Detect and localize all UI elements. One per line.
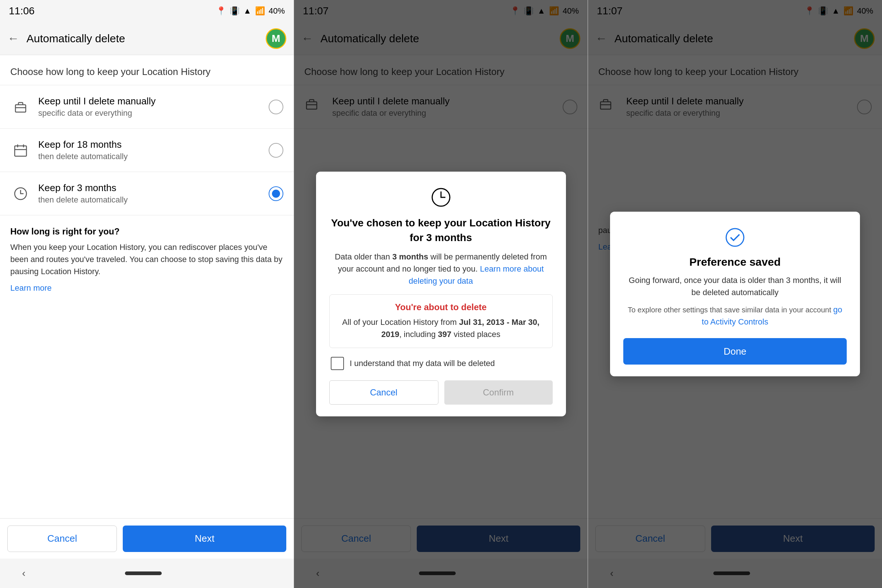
panel-3: 11:07 📍 📳 ▲ 📶 40% ← Automatically delete… bbox=[588, 0, 882, 588]
svg-point-12 bbox=[726, 229, 744, 246]
vibrate-icon: 📳 bbox=[230, 6, 240, 16]
nav-pill-1 bbox=[125, 572, 162, 575]
avatar-1: M bbox=[266, 28, 286, 49]
option-text-manual-1: Keep until I delete manually specific da… bbox=[38, 96, 268, 118]
understand-checkbox[interactable] bbox=[331, 357, 344, 370]
option-3months-1[interactable]: Keep for 3 months then delete automatica… bbox=[0, 172, 294, 215]
info-text-1: When you keep your Location History, you… bbox=[10, 241, 284, 278]
clock-icon-1 bbox=[10, 183, 31, 204]
option-text-3-1: Keep for 3 months then delete automatica… bbox=[38, 182, 268, 205]
calendar-icon-1 bbox=[10, 140, 31, 160]
option-subtitle-18-1: then delete automatically bbox=[38, 152, 268, 161]
modal-warning-text: All of your Location History from Jul 31… bbox=[337, 316, 545, 340]
battery-text-1: 40% bbox=[268, 6, 285, 16]
option-manual-1[interactable]: Keep until I delete manually specific da… bbox=[0, 85, 294, 129]
modal-card-pref: Preference saved Going forward, once you… bbox=[610, 212, 860, 376]
back-button-1[interactable]: ← bbox=[8, 32, 19, 45]
bottom-bar-1: Cancel Next bbox=[0, 518, 294, 559]
svg-rect-2 bbox=[15, 146, 27, 156]
radio-18months-1[interactable] bbox=[268, 143, 284, 158]
pref-title: Preference saved bbox=[623, 256, 847, 268]
modal-warning-title: You're about to delete bbox=[337, 302, 545, 312]
wifi-icon: ▲ bbox=[243, 6, 251, 16]
briefcase-icon-1 bbox=[10, 97, 31, 117]
content-1: Choose how long to keep your Location Hi… bbox=[0, 55, 294, 518]
checkbox-label: I understand that my data will be delete… bbox=[350, 358, 495, 368]
location-icon: 📍 bbox=[216, 6, 226, 16]
modal-overlay-2: You've chosen to keep your Location Hist… bbox=[294, 0, 588, 588]
pref-desc: Going forward, once your data is older t… bbox=[623, 274, 847, 298]
svg-rect-0 bbox=[15, 105, 26, 112]
option-subtitle-3-1: then delete automatically bbox=[38, 195, 268, 205]
learn-more-modal[interactable]: Learn more about deleting your data bbox=[409, 264, 544, 285]
app-title-1: Automatically delete bbox=[27, 32, 266, 45]
status-bar-1: 11:06 📍 📳 ▲ 📶 40% bbox=[0, 0, 294, 22]
learn-more-link-1[interactable]: Learn more bbox=[10, 284, 52, 292]
modal-confirm-button[interactable]: Confirm bbox=[444, 380, 553, 405]
modal-cancel-button[interactable]: Cancel bbox=[329, 380, 438, 405]
nav-bar-1: ‹ bbox=[0, 559, 294, 588]
status-icons-1: 📍 📳 ▲ 📶 40% bbox=[216, 6, 285, 16]
modal-checkbox-row: I understand that my data will be delete… bbox=[329, 357, 553, 370]
activity-controls-link[interactable]: go to Activity Controls bbox=[702, 305, 842, 326]
next-button-1[interactable]: Next bbox=[123, 525, 286, 552]
option-text-18-1: Keep for 18 months then delete automatic… bbox=[38, 139, 268, 161]
option-18months-1[interactable]: Keep for 18 months then delete automatic… bbox=[0, 129, 294, 172]
modal-confirm-desc: Data older than 3 months will be permane… bbox=[329, 250, 553, 287]
option-title-18-1: Keep for 18 months bbox=[38, 139, 268, 150]
nav-back-1[interactable]: ‹ bbox=[22, 567, 26, 579]
info-title-1: How long is right for you? bbox=[10, 226, 284, 237]
panel-1: 11:06 📍 📳 ▲ 📶 40% ← Automatically delete… bbox=[0, 0, 294, 588]
option-subtitle-manual-1: specific data or everything bbox=[38, 108, 268, 118]
modal-card-confirm: You've chosen to keep your Location Hist… bbox=[316, 172, 566, 416]
pref-checkmark-icon bbox=[623, 226, 847, 248]
option-title-3-1: Keep for 3 months bbox=[38, 182, 268, 194]
modal-buttons: Cancel Confirm bbox=[329, 380, 553, 405]
modal-clock-icon bbox=[329, 186, 553, 208]
status-time-1: 11:06 bbox=[9, 5, 34, 17]
option-title-manual-1: Keep until I delete manually bbox=[38, 96, 268, 107]
pref-subdesc: To explore other settings that save simi… bbox=[623, 303, 847, 328]
radio-3months-1[interactable] bbox=[268, 186, 284, 201]
signal-icon: 📶 bbox=[255, 6, 265, 16]
done-button[interactable]: Done bbox=[623, 338, 847, 364]
cancel-button-1[interactable]: Cancel bbox=[8, 525, 117, 552]
page-title-1: Choose how long to keep your Location Hi… bbox=[0, 55, 294, 85]
modal-overlay-3: Preference saved Going forward, once you… bbox=[588, 0, 882, 588]
modal-confirm-title: You've chosen to keep your Location Hist… bbox=[329, 216, 553, 244]
info-section-1: How long is right for you? When you keep… bbox=[0, 215, 294, 304]
modal-warning-box: You're about to delete All of your Locat… bbox=[329, 294, 553, 348]
app-bar-1: ← Automatically delete M bbox=[0, 22, 294, 55]
radio-manual-1[interactable] bbox=[268, 100, 284, 114]
panel-2: 11:07 📍 📳 ▲ 📶 40% ← Automatically delete… bbox=[294, 0, 588, 588]
